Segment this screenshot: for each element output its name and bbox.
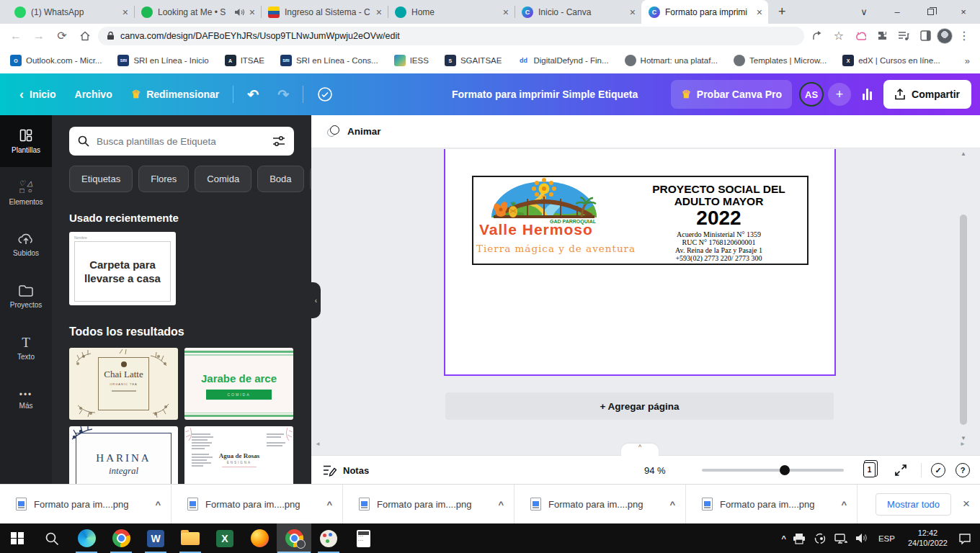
address-bar[interactable]: canva.com/design/DAFBoEYhJRs/Usop9TLNwJu… (98, 27, 804, 45)
tab-spotify[interactable]: Looking at Me • S × (134, 0, 261, 24)
taskbar-calculator[interactable] (346, 523, 380, 553)
chip-flores[interactable]: Flores (138, 166, 189, 192)
bookmark-sri-inicio[interactable]: SRISRI en Línea - Inicio (117, 55, 208, 66)
sidebar-item-elementos[interactable]: ♡△□○ Elementos (0, 167, 52, 219)
taskbar-chrome[interactable] (104, 523, 138, 553)
download-menu-caret-icon[interactable]: ^ (841, 499, 847, 510)
template-thumb-jarabe-de-arce[interactable]: Jarabe de arce COMIDA (184, 348, 293, 420)
download-item[interactable]: Formato para im....png ^ (514, 485, 686, 523)
template-thumb-chai-latte[interactable]: Chai Latte ORGANIC TEA (69, 348, 178, 420)
speaker-icon[interactable] (234, 8, 244, 17)
home-icon[interactable] (75, 26, 95, 46)
bookmark-digitaldefynd[interactable]: ddDigitalDefynd - Fin... (517, 55, 608, 66)
start-button[interactable] (0, 523, 35, 553)
help-button[interactable]: ? (956, 463, 970, 477)
network-icon[interactable] (833, 531, 849, 547)
user-avatar[interactable]: AS (799, 82, 824, 107)
sidebar-item-texto[interactable]: T Texto (0, 323, 52, 374)
bookmark-templates[interactable]: Templates | Microw... (734, 55, 827, 66)
extensions-puzzle-icon[interactable] (872, 26, 892, 46)
taskbar-explorer[interactable] (173, 523, 208, 553)
scroll-up-icon[interactable]: ▲ (958, 150, 968, 157)
restore-button[interactable] (914, 0, 947, 24)
download-menu-caret-icon[interactable]: ^ (669, 499, 675, 510)
etiqueta-label-design[interactable]: Valle Hermoso GAD PARROQUIAL Tierra mági… (472, 176, 808, 265)
close-downloads-bar-icon[interactable]: × (963, 497, 970, 511)
taskbar-paint[interactable] (311, 523, 346, 553)
browser-menu-kebab-icon[interactable]: ⋮ (954, 26, 974, 46)
close-window-button[interactable]: × (947, 0, 980, 24)
scroll-left-icon[interactable]: ◄ (315, 441, 321, 447)
sidebar-item-proyectos[interactable]: Proyectos (0, 271, 52, 323)
close-icon[interactable]: × (630, 6, 636, 18)
download-item[interactable]: Formato para im....png ^ (686, 485, 858, 523)
bookmark-hotmart[interactable]: Hotmart: una plataf... (625, 55, 718, 66)
download-item[interactable]: Formato para im....png ^ (0, 485, 172, 523)
design-page[interactable]: Valle Hermoso GAD PARROQUIAL Tierra mági… (444, 149, 836, 376)
tab-formato-imprimir-active[interactable]: C Formato para imprimi × (641, 0, 768, 24)
bottom-panel-expand-handle[interactable]: ^ (621, 444, 659, 458)
bookmark-edx[interactable]: XedX | Cursos en líne... (842, 55, 940, 66)
minimize-button[interactable]: – (881, 0, 914, 24)
file-menu-button[interactable]: Archivo (66, 89, 122, 100)
clock[interactable]: 12:42 24/10/2022 (904, 529, 952, 548)
undo-button[interactable]: ↶ (238, 86, 268, 103)
zoom-slider-knob[interactable] (780, 465, 790, 475)
redo-button[interactable]: ↷ (268, 86, 298, 103)
close-icon[interactable]: × (249, 6, 255, 18)
taskbar-excel[interactable]: X (208, 523, 242, 553)
page-counter[interactable]: 1 (863, 462, 876, 477)
template-thumb-harina-integral[interactable]: HARINA integral (69, 426, 178, 484)
add-member-button[interactable]: + (828, 83, 851, 106)
download-item[interactable]: Formato para im....png ^ (172, 485, 343, 523)
taskbar-search-button[interactable] (35, 523, 69, 553)
insights-chart-icon[interactable] (858, 89, 876, 100)
bookmarks-overflow-icon[interactable]: » (965, 55, 970, 66)
chip-boda[interactable]: Boda (257, 166, 303, 192)
tab-inicio-canva[interactable]: C Inicio - Canva × (514, 0, 641, 24)
bookmark-star-icon[interactable]: ☆ (829, 26, 849, 46)
animate-button[interactable]: Animar (327, 125, 381, 138)
sidebar-item-plantillas[interactable]: Plantillas (0, 115, 52, 167)
back-icon[interactable]: ← (6, 26, 26, 46)
tab-whatsapp[interactable]: (1) WhatsApp × (7, 0, 134, 24)
add-page-button[interactable]: + Agregar página (445, 392, 834, 420)
reading-sidebar-icon[interactable] (915, 26, 935, 46)
close-icon[interactable]: × (757, 6, 762, 18)
search-input[interactable] (97, 136, 265, 147)
panel-collapse-button[interactable]: ‹ (311, 282, 321, 318)
resize-button[interactable]: ♛ Redimensionar (122, 88, 229, 101)
tray-app-icon[interactable] (812, 531, 828, 547)
share-button[interactable]: Compartir (883, 80, 971, 109)
show-all-downloads-button[interactable]: Mostrar todo (876, 493, 951, 516)
download-menu-caret-icon[interactable]: ^ (326, 499, 332, 510)
scrollbar-thumb[interactable] (960, 215, 967, 425)
forward-icon[interactable]: → (29, 26, 49, 46)
bookmark-iess[interactable]: IESS (394, 55, 429, 66)
download-item[interactable]: Formato para im....png ^ (343, 485, 514, 523)
template-search-box[interactable] (69, 127, 294, 156)
language-indicator[interactable]: ESP (875, 534, 899, 543)
sidebar-item-subidos[interactable]: Subidos (0, 219, 52, 271)
hidden-icons-chevron[interactable]: ^ (781, 534, 785, 543)
chip-etiquetas[interactable]: Etiquetas (69, 166, 133, 192)
extension-pink-icon[interactable] (850, 26, 870, 46)
bookmark-outlook[interactable]: OOutlook.com - Micr... (10, 55, 102, 66)
close-icon[interactable]: × (376, 6, 382, 18)
printer-icon[interactable] (791, 531, 807, 547)
template-thumb-agua-de-rosas[interactable]: Agua de Rosas ENSIGNA (184, 426, 293, 484)
music-queue-icon[interactable] (894, 26, 914, 46)
taskbar-chrome-active[interactable] (277, 523, 311, 553)
browser-profile-avatar[interactable] (937, 28, 953, 44)
scroll-right-icon[interactable]: ► (960, 441, 966, 447)
share-page-icon[interactable] (807, 26, 827, 46)
notes-button[interactable]: Notas (323, 456, 369, 485)
bookmark-itsae[interactable]: AITSAE (225, 55, 264, 66)
close-icon[interactable]: × (503, 6, 509, 18)
reload-icon[interactable]: ⟳ (52, 26, 72, 46)
document-title[interactable]: Formato para imprimir Simple Etiqueta (452, 89, 638, 100)
tab-home[interactable]: Home × (388, 0, 514, 24)
zoom-slider[interactable] (702, 469, 844, 472)
try-canva-pro-button[interactable]: ♛ Probar Canva Pro (671, 80, 792, 109)
chip-comida[interactable]: Comida (195, 166, 251, 192)
